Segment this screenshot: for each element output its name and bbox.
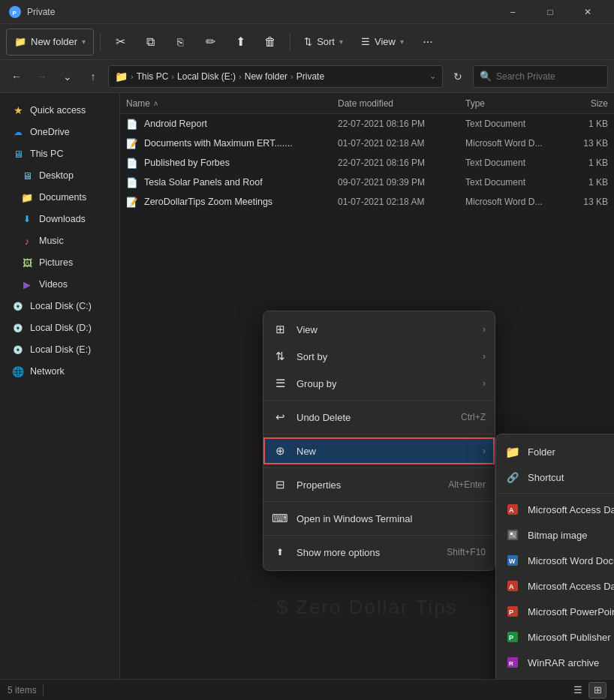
sort-button[interactable]: ⇅ Sort ▾ xyxy=(296,29,351,56)
sub-menu-new: 📁 Folder 🔗 Shortcut A Microsoft Access D… xyxy=(495,434,614,679)
close-button[interactable]: ✕ xyxy=(570,0,605,24)
view-button[interactable]: ☰ View ▾ xyxy=(354,29,411,56)
sub-winrar[interactable]: R WinRAR archive xyxy=(496,650,614,675)
ctx-view[interactable]: ⊞ View › xyxy=(263,316,495,343)
status-separator xyxy=(43,684,44,696)
terminal-ctx-icon: ⌨ xyxy=(272,511,287,526)
ctx-properties[interactable]: ⊟ Properties Alt+Enter xyxy=(263,471,495,498)
header-type[interactable]: Type xyxy=(465,98,563,109)
sidebar-item-videos[interactable]: ▶ Videos xyxy=(3,274,116,295)
ctx-show-more[interactable]: ⬆ Show more options Shift+F10 xyxy=(263,539,495,566)
header-date[interactable]: Date modified xyxy=(338,98,465,109)
sub-ms-word[interactable]: W Microsoft Word Document xyxy=(496,548,614,573)
sub-shortcut[interactable]: 🔗 Shortcut xyxy=(496,464,614,490)
desktop-icon: 🖥 xyxy=(21,170,33,182)
back-button[interactable]: ← xyxy=(6,66,27,87)
up-button[interactable]: ↑ xyxy=(83,66,104,87)
sidebar-item-onedrive[interactable]: ☁ OneDrive xyxy=(3,122,116,143)
paste-button[interactable]: ⎘ xyxy=(167,29,194,56)
more-button[interactable]: ··· xyxy=(414,29,441,56)
sub-ppt-label: Microsoft PowerPoint Presentation xyxy=(528,606,614,617)
file-name: Published by Forbes xyxy=(144,158,338,168)
sub-separator-1 xyxy=(496,493,614,494)
sidebar-item-quick-access[interactable]: ★ Quick access xyxy=(3,100,116,121)
sidebar-item-network[interactable]: 🌐 Network xyxy=(3,361,116,382)
ctx-new[interactable]: ⊕ New › xyxy=(263,437,495,464)
show-more-ctx-icon: ⬆ xyxy=(272,545,287,560)
ctx-show-more-label: Show more options xyxy=(296,547,438,558)
refresh-button[interactable]: ↻ xyxy=(447,66,468,87)
sub-ms-access2[interactable]: A Microsoft Access Database xyxy=(496,573,614,599)
ctx-undo-delete[interactable]: ↩ Undo Delete Ctrl+Z xyxy=(263,404,495,431)
ctx-sort-arrow: › xyxy=(483,351,486,362)
sidebar-item-thispc[interactable]: 🖥 This PC xyxy=(3,143,116,164)
header-size[interactable]: Size xyxy=(563,98,608,109)
sub-ms-pub[interactable]: P Microsoft Publisher Document xyxy=(496,624,614,650)
path-newfolder[interactable]: New folder xyxy=(245,71,287,82)
view-ctx-icon: ⊞ xyxy=(272,322,287,337)
new-folder-button[interactable]: 📁 New folder ▾ xyxy=(6,29,94,56)
access-sub-icon-1: A xyxy=(505,502,520,517)
disk-c-icon: 💿 xyxy=(12,300,24,312)
file-size: 13 KB xyxy=(563,197,608,207)
minimize-button[interactable]: – xyxy=(495,0,530,24)
sub-folder[interactable]: 📁 Folder xyxy=(496,439,614,464)
sidebar-item-music[interactable]: ♪ Music xyxy=(3,230,116,251)
file-area: Name ∧ Date modified Type Size 📄 Android… xyxy=(120,93,614,679)
ctx-sort-label: Sort by xyxy=(296,351,474,362)
sub-bitmap[interactable]: Bitmap image xyxy=(496,522,614,548)
search-input[interactable] xyxy=(496,71,601,82)
svg-text:A: A xyxy=(509,583,514,590)
grid-view-button[interactable]: ⊞ xyxy=(588,682,606,698)
svg-text:P: P xyxy=(13,9,17,16)
view-label: View xyxy=(375,36,396,47)
pub-sub-icon: P xyxy=(505,629,520,644)
new-folder-icon: 📁 xyxy=(14,36,26,47)
sidebar-item-downloads[interactable]: ⬇ Downloads xyxy=(3,209,116,230)
sort-ctx-icon: ⇅ xyxy=(272,349,287,364)
sidebar-item-documents[interactable]: 📁 Documents xyxy=(3,187,116,208)
table-row[interactable]: 📝 Documents with Maximum ERT....... 01-0… xyxy=(120,134,614,153)
path-current[interactable]: Private xyxy=(296,71,324,82)
ctx-properties-shortcut: Alt+Enter xyxy=(448,479,486,490)
sub-rtf[interactable]: W Rich Text Format xyxy=(496,675,614,679)
svg-text:W: W xyxy=(509,557,516,565)
maximize-button[interactable]: □ xyxy=(533,0,567,24)
forward-button[interactable]: → xyxy=(32,66,53,87)
ctx-sort-by[interactable]: ⇅ Sort by › xyxy=(263,343,495,370)
header-name[interactable]: Name ∧ xyxy=(126,98,338,109)
sidebar-label-local-d: Local Disk (D:) xyxy=(30,323,92,333)
share-button[interactable]: ⬆ xyxy=(227,29,254,56)
ctx-group-by[interactable]: ☰ Group by › xyxy=(263,370,495,397)
table-row[interactable]: 📄 Android Report 22-07-2021 08:16 PM Tex… xyxy=(120,114,614,134)
sidebar-item-pictures[interactable]: 🖼 Pictures xyxy=(3,252,116,273)
path-thispc[interactable]: This PC xyxy=(137,71,169,82)
toolbar-separator-1 xyxy=(100,33,101,51)
sidebar-label-desktop: Desktop xyxy=(39,170,74,181)
table-row[interactable]: 📄 Tesla Solar Panels and Roof 09-07-2021… xyxy=(120,173,614,192)
ctx-open-terminal[interactable]: ⌨ Open in Windows Terminal xyxy=(263,505,495,532)
list-view-button[interactable]: ☰ xyxy=(569,682,587,698)
file-size: 1 KB xyxy=(563,119,608,129)
sidebar-item-local-c[interactable]: 💿 Local Disk (C:) xyxy=(3,296,116,317)
down-button[interactable]: ⌄ xyxy=(57,66,78,87)
sub-ms-access1[interactable]: A Microsoft Access Database xyxy=(496,497,614,522)
pc-icon: 🖥 xyxy=(12,148,24,160)
ctx-view-label: View xyxy=(296,324,474,335)
delete-button[interactable]: 🗑 xyxy=(257,29,284,56)
new-ctx-icon: ⊕ xyxy=(272,443,287,458)
cut-button[interactable]: ✂ xyxy=(107,29,134,56)
copy-button[interactable]: ⧉ xyxy=(137,29,164,56)
rename-button[interactable]: ✏ xyxy=(197,29,224,56)
file-icon-txt: 📄 xyxy=(126,119,140,130)
path-chevron: ⌄ xyxy=(429,71,436,81)
folder-sub-icon: 📁 xyxy=(505,444,520,459)
access-sub-icon-2: A xyxy=(505,578,520,593)
sub-ms-ppt[interactable]: P Microsoft PowerPoint Presentation xyxy=(496,599,614,624)
sidebar-item-local-d[interactable]: 💿 Local Disk (D:) xyxy=(3,317,116,338)
table-row[interactable]: 📄 Published by Forbes 22-07-2021 08:16 P… xyxy=(120,153,614,173)
sidebar-item-local-e[interactable]: 💿 Local Disk (E:) xyxy=(3,339,116,360)
sidebar-item-desktop[interactable]: 🖥 Desktop xyxy=(3,165,116,186)
path-localdisk[interactable]: Local Disk (E:) xyxy=(177,71,236,82)
table-row[interactable]: 📝 ZeroDollarTips Zoom Meetings 01-07-202… xyxy=(120,192,614,212)
